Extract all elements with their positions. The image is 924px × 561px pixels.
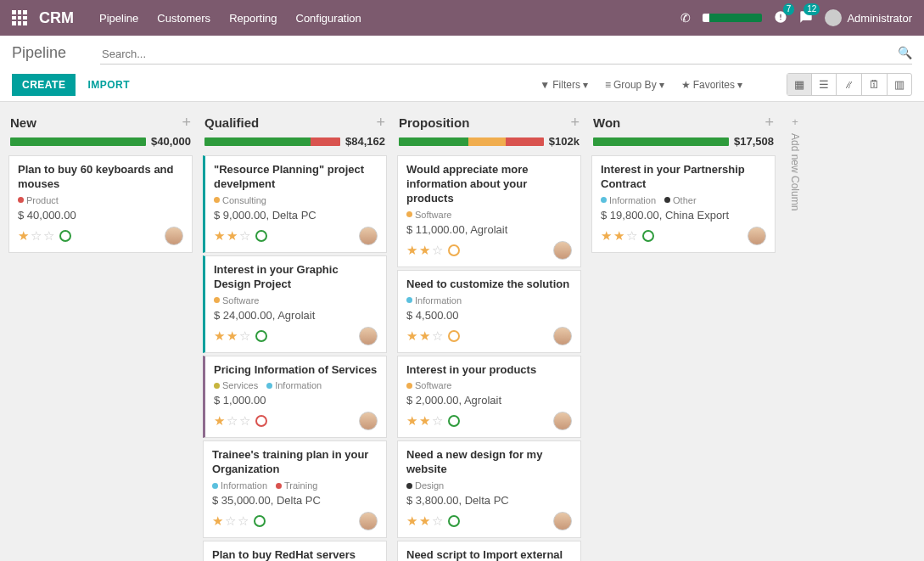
star-icon[interactable]: ★ [214,228,225,244]
assignee-avatar[interactable] [553,327,572,345]
search-box[interactable]: 🔍 [100,44,912,65]
nav-reporting[interactable]: Reporting [229,12,277,25]
activity-ring-icon[interactable] [255,230,267,242]
star-icon[interactable]: ☆ [239,328,250,344]
star-icon[interactable]: ★ [613,228,624,244]
view-calendar-icon[interactable]: 🗓 [862,74,888,95]
column-add-icon[interactable]: + [570,114,580,132]
star-icon[interactable]: ☆ [432,513,443,529]
import-button[interactable]: IMPORT [87,79,130,91]
star-icon[interactable]: ☆ [239,413,250,429]
assignee-avatar[interactable] [553,241,572,260]
star-icon[interactable]: ☆ [239,228,250,244]
kanban-card[interactable]: Plan to buy 60 keyboards and mouses Prod… [8,155,193,253]
favorites-dropdown[interactable]: ★ Favorites ▾ [675,76,749,94]
view-kanban-icon[interactable]: ▦ [787,74,812,95]
star-icon[interactable]: ☆ [432,328,443,344]
activity-ring-icon[interactable] [448,515,460,527]
card-tags: Design [406,480,572,491]
column-progress-bar [204,137,340,146]
messages-icon[interactable]: 12 [799,10,813,26]
kanban-card[interactable]: Would appreciate more information about … [397,155,581,267]
column-title[interactable]: New [10,115,182,130]
kanban-card[interactable]: Interest in your products Software $ 2,0… [397,356,581,439]
star-icon[interactable]: ☆ [238,513,249,529]
add-column-button[interactable]: + Add new Column [782,110,808,210]
star-icon[interactable]: ☆ [432,413,443,429]
phone-icon[interactable]: ✆ [680,11,691,25]
activity-ring-icon[interactable] [642,230,654,242]
star-icon[interactable]: ★ [214,328,225,344]
activity-icon[interactable]: 7 [774,10,787,26]
kanban-card[interactable]: Interest in your Graphic Design Project … [203,255,387,353]
star-icon[interactable]: ★ [419,413,430,429]
star-icon[interactable]: ★ [227,228,238,244]
star-icon[interactable]: ☆ [43,228,54,244]
column-title[interactable]: Won [593,115,764,130]
activity-ring-icon[interactable] [448,244,460,256]
card-title: Need a new design for my website [406,448,572,477]
view-pivot-icon[interactable]: ▥ [888,74,911,95]
assignee-avatar[interactable] [165,227,183,245]
user-menu[interactable]: Administrator [825,9,912,26]
activity-ring-icon[interactable] [448,415,460,427]
nav-customers[interactable]: Customers [157,12,210,25]
star-icon[interactable]: ☆ [626,228,637,244]
kanban-card[interactable]: Plan to buy RedHat servers Product $ 25,… [203,541,387,561]
kanban-card[interactable]: "Resource Planning" project develpment C… [203,155,387,253]
nav-configuration[interactable]: Configuration [296,12,361,25]
assignee-avatar[interactable] [553,412,572,430]
star-icon[interactable]: ★ [406,243,417,258]
create-button[interactable]: CREATE [12,74,76,96]
brand[interactable]: CRM [39,9,74,27]
column-title[interactable]: Proposition [399,115,570,130]
view-graph-icon[interactable]: ⫽ [837,74,862,95]
star-icon[interactable]: ★ [601,228,612,244]
assignee-avatar[interactable] [553,512,572,530]
nav-pipeline[interactable]: Pipeline [99,12,138,25]
star-icon[interactable]: ★ [214,413,225,429]
column-add-icon[interactable]: + [376,114,385,132]
tag: Other [664,195,697,205]
assignee-avatar[interactable] [748,227,766,245]
star-icon[interactable]: ★ [212,513,223,529]
kanban-card[interactable]: Pricing Information of Services Services… [203,356,387,439]
search-icon[interactable]: 🔍 [898,46,912,59]
star-icon[interactable]: ★ [406,413,417,429]
kanban-card[interactable]: Need script to Import external data Serv… [397,541,581,561]
assignee-avatar[interactable] [359,412,378,430]
column-add-icon[interactable]: + [182,114,191,132]
assignee-avatar[interactable] [359,227,378,245]
assignee-avatar[interactable] [359,327,378,345]
groupby-dropdown[interactable]: ≡ Group By ▾ [598,76,671,94]
assignee-avatar[interactable] [359,512,378,530]
star-icon[interactable]: ☆ [432,243,443,258]
star-icon[interactable]: ★ [419,513,430,529]
card-title: Pricing Information of Services [214,363,378,378]
star-icon[interactable]: ☆ [227,413,238,429]
activity-ring-icon[interactable] [255,330,267,342]
kanban-card[interactable]: Need to customize the solution Informati… [397,270,581,353]
star-icon[interactable]: ★ [406,513,417,529]
star-icon[interactable]: ★ [18,228,29,244]
search-input[interactable] [100,44,912,64]
activity-ring-icon[interactable] [59,230,71,242]
star-icon[interactable]: ★ [406,328,417,344]
kanban-card[interactable]: Interest in your Partnership Contract In… [591,155,776,253]
activity-ring-icon[interactable] [448,330,460,342]
kanban-card[interactable]: Need a new design for my website Design … [397,440,581,538]
star-icon[interactable]: ☆ [31,228,42,244]
column-add-icon[interactable]: + [764,114,774,132]
filters-dropdown[interactable]: ▼ Filters ▾ [533,76,595,94]
star-icon[interactable]: ★ [419,328,430,344]
activity-ring-icon[interactable] [254,515,266,527]
kanban-card[interactable]: Trainee's training plan in your Organiza… [203,440,387,538]
progress-slider[interactable] [703,14,762,22]
apps-icon[interactable] [12,10,27,25]
activity-ring-icon[interactable] [255,415,267,427]
star-icon[interactable]: ★ [227,328,238,344]
view-list-icon[interactable]: ☰ [812,74,837,95]
star-icon[interactable]: ☆ [225,513,236,529]
star-icon[interactable]: ★ [419,243,430,258]
column-title[interactable]: Qualified [204,115,376,130]
